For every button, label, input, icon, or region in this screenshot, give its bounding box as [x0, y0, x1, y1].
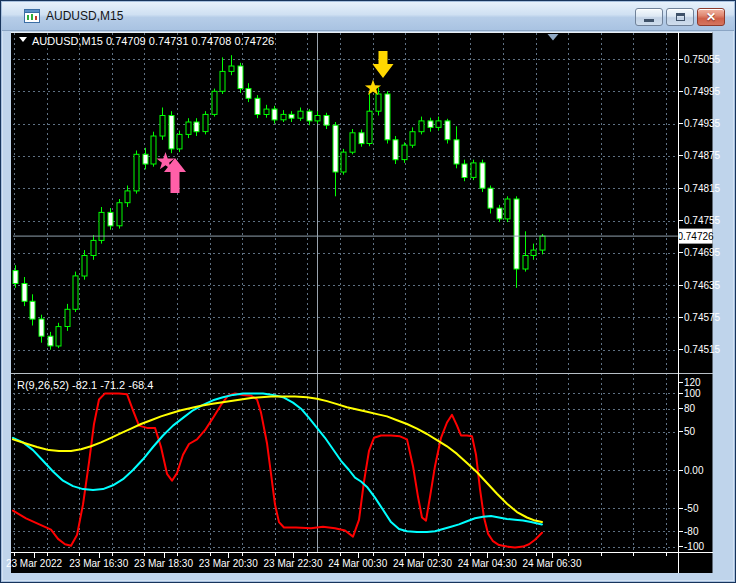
indicator-tick-label: -80: [684, 526, 699, 537]
time-tick-label: 23 Mar 22:30: [264, 558, 323, 569]
price-tick-label: 0.74635: [684, 280, 721, 291]
candle-body: [177, 134, 182, 149]
candle-body: [514, 199, 519, 269]
candle-body: [324, 116, 329, 126]
candle-body: [108, 212, 113, 226]
price-tick-label: 0.74515: [684, 344, 721, 355]
candle-body: [212, 91, 217, 114]
candle-body: [385, 94, 390, 140]
candle-body: [91, 240, 96, 255]
app-window: AUDUSD,M15 ✕ 0.74726AUDUSD,M15 0.74709 0…: [0, 0, 736, 583]
time-tick-label: 24 Mar 00:30: [328, 558, 387, 569]
candle-body: [497, 208, 502, 219]
time-tick-label: 23 Mar 18:30: [134, 558, 193, 569]
candle-body: [281, 114, 286, 119]
candle-body: [488, 188, 493, 208]
candle-body: [117, 203, 122, 226]
candle-body: [134, 154, 139, 191]
candle-body: [523, 256, 528, 270]
candle-body: [298, 111, 303, 118]
price-tag-value: 0.74726: [677, 231, 714, 242]
candle-body: [264, 109, 269, 114]
candle-body: [471, 163, 476, 178]
time-tick-label: 24 Mar 04:30: [458, 558, 517, 569]
candle-body: [393, 140, 398, 160]
candle-body: [39, 319, 44, 336]
candle-body: [480, 163, 485, 188]
candle-body: [436, 121, 441, 128]
price-tick-label: 0.74575: [684, 312, 721, 323]
candle-body: [531, 250, 536, 255]
candle-body: [160, 116, 165, 137]
price-tick-label: 0.74695: [684, 247, 721, 258]
price-tick-label: 0.74755: [684, 215, 721, 226]
candle-body: [350, 133, 355, 152]
candle-body: [22, 284, 27, 302]
indicator-tick-label: 0.00: [684, 465, 704, 476]
time-tick-label: 24 Mar 02:30: [393, 558, 452, 569]
candle-body: [246, 89, 251, 99]
candle-body: [428, 121, 433, 128]
candle-body: [151, 136, 156, 164]
time-tick-label: 24 Mar 06:30: [523, 558, 582, 569]
candle-body: [238, 66, 243, 89]
price-tick-label: 0.75055: [684, 54, 721, 65]
time-tick-label: 23 Mar 20:30: [199, 558, 258, 569]
indicator-tick-label: 120: [684, 377, 701, 388]
candle-body: [13, 271, 18, 284]
chart-canvas[interactable]: 0.74726AUDUSD,M15 0.74709 0.74731 0.7470…: [1, 1, 736, 583]
candle-body: [48, 336, 53, 346]
candle-body: [359, 133, 364, 144]
candle-body: [255, 98, 260, 114]
candle-body: [30, 301, 35, 319]
candle-body: [333, 125, 338, 172]
candle-body: [419, 121, 424, 132]
candle-body: [272, 109, 277, 120]
price-tick-label: 0.74875: [684, 150, 721, 161]
indicator-tick-label: -100: [684, 541, 704, 552]
candle-body: [307, 111, 312, 121]
candle-body: [220, 71, 225, 91]
time-tick-label: 23 Mar 2022: [6, 558, 63, 569]
candle-body: [186, 122, 191, 134]
candle-body: [376, 94, 381, 111]
candle-body: [143, 154, 148, 164]
candle-body: [56, 327, 61, 346]
indicator-tick-label: 100: [684, 388, 701, 399]
candle-body: [169, 116, 174, 149]
indicator-tick-label: 50: [684, 426, 696, 437]
candle-body: [445, 121, 450, 140]
price-tick-label: 0.74815: [684, 183, 721, 194]
candle-body: [402, 145, 407, 160]
candle-body: [454, 140, 459, 164]
candle-body: [125, 191, 130, 203]
candle-body: [505, 199, 510, 219]
candle-body: [229, 66, 234, 71]
candle-body: [203, 114, 208, 131]
candle-body: [65, 309, 70, 326]
indicator-tick-label: -50: [684, 503, 699, 514]
candle-body: [367, 111, 372, 143]
candle-body: [73, 276, 78, 309]
indicator-label: R(9,26,52) -82.1 -71.2 -68.4: [17, 379, 153, 391]
time-tick-label: 23 Mar 16:30: [69, 558, 128, 569]
candle-body: [462, 164, 467, 178]
price-tick-label: 0.74935: [684, 118, 721, 129]
candle-body: [194, 122, 199, 132]
candle-body: [82, 256, 87, 277]
candle-body: [341, 152, 346, 172]
candle-body: [540, 236, 545, 250]
price-tick-label: 0.74995: [684, 86, 721, 97]
candle-body: [410, 132, 415, 146]
candle-body: [315, 116, 320, 121]
ohlc-header: AUDUSD,M15 0.74709 0.74731 0.74708 0.747…: [32, 35, 274, 47]
candle-body: [289, 114, 294, 118]
indicator-tick-label: 80: [684, 403, 696, 414]
